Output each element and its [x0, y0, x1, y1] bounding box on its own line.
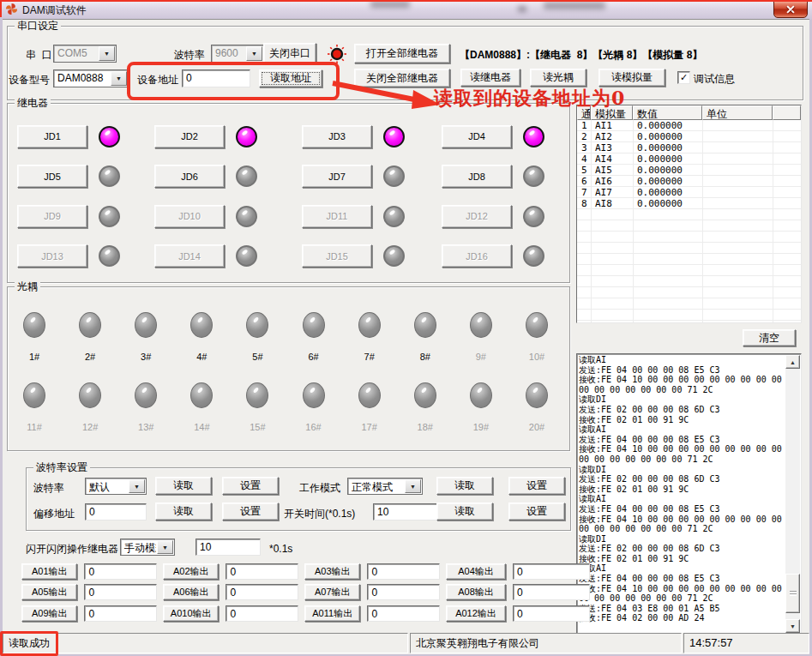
ao8-output-value[interactable]: 0	[513, 584, 590, 600]
ao12-output-value[interactable]: 0	[513, 605, 590, 622]
annotation-status-box	[0, 631, 58, 656]
baud-read-button[interactable]: 读取	[155, 477, 212, 495]
relay-button-jd5[interactable]: JD5	[17, 165, 87, 188]
baud-setting-value: 默认	[86, 478, 128, 494]
app-logo-icon	[5, 3, 18, 15]
opto-led	[190, 312, 213, 338]
opto-led	[135, 312, 157, 338]
scrollbar-thumb[interactable]	[785, 574, 800, 613]
opto-item: 12#	[68, 382, 112, 432]
table-row[interactable]: 3AI30.000000	[577, 142, 801, 153]
debug-info-checkbox[interactable]: ✓	[677, 71, 690, 84]
cell	[702, 165, 773, 176]
switch-time-input[interactable]: 10	[373, 503, 438, 521]
opto-led	[303, 382, 325, 408]
open-all-relays-button[interactable]: 打开全部继电器	[354, 44, 450, 63]
work-mode-set-button[interactable]: 设置	[508, 477, 565, 495]
opto-item: 1#	[12, 312, 57, 362]
comm-log-text[interactable]: 读取AI 发送:FE 04 00 00 00 08 E5 C3 接收:FE 04…	[579, 355, 785, 633]
opto-item: 2#	[68, 312, 112, 362]
opto-label: 15#	[250, 422, 265, 432]
table-row[interactable]: 5AI50.000000	[577, 165, 801, 176]
switch-time-read-button[interactable]: 读取	[436, 503, 493, 521]
relay-button-jd9: JD9	[17, 205, 87, 228]
read-opto-button[interactable]: 读光耦	[530, 69, 586, 87]
cell: 4	[577, 153, 591, 165]
ao6-output-value[interactable]: 0	[226, 584, 298, 600]
ao1-output-button[interactable]: A01输出	[21, 563, 77, 580]
work-mode-read-button[interactable]: 读取	[436, 477, 493, 495]
offset-address-input[interactable]: 0	[85, 503, 147, 521]
device-info-text: 【DAM0888】:【继电器 8】【光耦 8】【模拟量 8】	[460, 49, 702, 61]
device-model-select[interactable]: DAM0888 ▼	[53, 69, 129, 87]
ao5-output-value[interactable]: 0	[84, 584, 157, 600]
table-row[interactable]: 8AI80.000000	[577, 198, 801, 209]
baud-set-button[interactable]: 设置	[222, 477, 279, 495]
read-relays-button[interactable]: 读继电器	[460, 69, 520, 87]
relay-button-jd1[interactable]: JD1	[17, 125, 87, 148]
ao8-output-button[interactable]: A08输出	[446, 584, 506, 600]
title-bar[interactable]: DAM调试软件	[0, 0, 812, 19]
ao9-output-button[interactable]: A09输出	[21, 605, 77, 622]
flash-time-input[interactable]: 10	[195, 539, 261, 556]
relay-button-jd7[interactable]: JD7	[302, 165, 372, 188]
col-header-unit[interactable]: 单位	[702, 105, 773, 120]
offset-set-button[interactable]: 设置	[222, 503, 279, 521]
output-cell: A03输出0	[298, 561, 440, 582]
ao12-output-button[interactable]: A012输出	[446, 605, 506, 622]
ao7-output-button[interactable]: A07输出	[304, 584, 360, 600]
log-scrollbar[interactable]: ▲ ▼	[785, 355, 800, 633]
opto-item: 11#	[12, 382, 57, 432]
ao3-output-button[interactable]: A03输出	[304, 563, 360, 580]
ao3-output-value[interactable]: 0	[367, 563, 440, 580]
ao4-output-button[interactable]: A04输出	[446, 563, 506, 580]
ao2-output-value[interactable]: 0	[226, 563, 298, 580]
opto-led	[135, 382, 157, 408]
scroll-up-icon[interactable]: ▲	[785, 355, 800, 369]
ao10-output-value[interactable]: 0	[226, 605, 298, 622]
device-model-label: 设备型号	[9, 74, 50, 86]
ao4-output-value[interactable]: 0	[513, 563, 590, 580]
relay-button-jd8[interactable]: JD8	[442, 165, 512, 188]
ao11-output-value[interactable]: 0	[367, 605, 440, 622]
output-cell: A01输出0	[15, 561, 157, 582]
table-row[interactable]: 2AI20.000000	[577, 131, 801, 142]
relay-led-on	[99, 126, 120, 147]
opto-label: 20#	[529, 422, 544, 432]
relay-button-jd4[interactable]: JD4	[442, 125, 512, 148]
col-header-empty[interactable]	[773, 105, 801, 120]
comm-log-panel[interactable]: 读取AI 发送:FE 04 00 00 00 08 E5 C3 接收:FE 04…	[576, 353, 802, 635]
relay-button-jd6[interactable]: JD6	[154, 165, 225, 188]
table-row[interactable]: 7AI70.000000	[577, 187, 801, 198]
table-row[interactable]: 1AI10.000000	[577, 120, 801, 131]
opto-label: 5#	[252, 352, 262, 362]
scroll-down-icon[interactable]: ▼	[785, 619, 800, 633]
switch-time-set-button[interactable]: 设置	[508, 503, 565, 521]
close-button[interactable]	[773, 0, 808, 18]
ao10-output-button[interactable]: A010输出	[163, 605, 219, 622]
relay-button-jd3[interactable]: JD3	[302, 125, 372, 148]
relay-led-off	[99, 166, 120, 187]
clear-log-button[interactable]: 清空	[743, 329, 796, 346]
relay-led-off	[383, 166, 405, 187]
baud-setting-select[interactable]: 默认 ▼	[85, 478, 147, 495]
table-row[interactable]: 6AI60.000000	[577, 176, 801, 187]
ao7-output-value[interactable]: 0	[367, 584, 440, 600]
flash-mode-select[interactable]: 手动模式 ▼	[120, 539, 175, 556]
work-mode-select[interactable]: 正常模式 ▼	[347, 478, 423, 495]
read-analog-button[interactable]: 读模拟量	[598, 69, 665, 87]
opto-label: 2#	[85, 352, 95, 362]
opto-led	[303, 312, 325, 338]
cell: 0.000000	[633, 176, 702, 187]
ao1-output-value[interactable]: 0	[84, 563, 157, 580]
offset-read-button[interactable]: 读取	[155, 503, 212, 521]
table-row[interactable]: 4AI40.000000	[577, 153, 801, 165]
ao2-output-button[interactable]: A02输出	[163, 563, 219, 580]
relay-button-jd2[interactable]: JD2	[154, 125, 225, 148]
com-port-value: COM5	[54, 45, 98, 62]
col-header-value[interactable]: 数值	[633, 105, 702, 120]
ao9-output-value[interactable]: 0	[84, 605, 157, 622]
ao6-output-button[interactable]: A06输出	[163, 584, 219, 600]
ao11-output-button[interactable]: A011输出	[304, 605, 360, 622]
ao5-output-button[interactable]: A05输出	[21, 584, 77, 600]
